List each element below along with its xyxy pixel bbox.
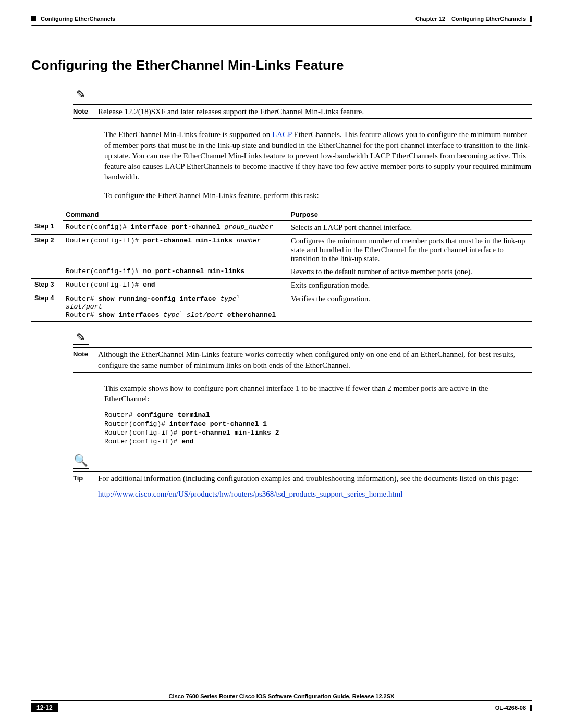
- purpose-cell: Verifies the configuration.: [288, 292, 532, 322]
- table-row: Step 1 Router(config)# interface port-ch…: [31, 220, 532, 234]
- page-footer: Cisco 7600 Series Router Cisco IOS Softw…: [31, 693, 532, 712]
- purpose-cell: Exits configuration mode.: [288, 278, 532, 292]
- step-label: [31, 265, 63, 279]
- table-row: Router(config-if)# no port-channel min-l…: [31, 265, 532, 279]
- header-rule: [31, 25, 532, 26]
- tip-block: 🔎 Tip For additional information (includ…: [73, 454, 532, 502]
- step-label: Step 3: [31, 278, 63, 292]
- note-body: Note Although the EtherChannel Min-Links…: [73, 347, 532, 373]
- step-label: Step 1: [31, 220, 63, 234]
- document-page: Configuring EtherChannels Chapter 12 Con…: [0, 0, 563, 728]
- note-text: Release 12.2(18)SXF and later releases s…: [98, 106, 364, 117]
- command-table: Command Purpose Step 1 Router(config)# i…: [31, 208, 532, 322]
- purpose-cell: Selects an LACP port channel interface.: [288, 220, 532, 234]
- tip-body: Tip For additional information (includin…: [73, 471, 532, 502]
- tip-label: Tip: [73, 473, 91, 500]
- tip-link[interactable]: http://www.cisco.com/en/US/products/hw/r…: [98, 490, 402, 498]
- note-text: Although the EtherChannel Min-Links feat…: [98, 349, 532, 371]
- tip-head: 🔎: [73, 454, 532, 469]
- body-paragraph: To configure the EtherChannel Min-Links …: [104, 190, 532, 201]
- body-paragraph: This example shows how to configure port…: [104, 383, 532, 404]
- note-label: Note: [73, 349, 91, 371]
- note-block: ✎ Note Release 12.2(18)SXF and later rel…: [73, 89, 532, 119]
- header-chapter: Chapter 12 Configuring EtherChannels: [415, 16, 526, 22]
- pencil-icon: ✎: [73, 89, 89, 102]
- tip-content: For additional information (including co…: [98, 473, 519, 500]
- command-cell: Router(config-if)# end: [63, 278, 288, 292]
- header-right: Chapter 12 Configuring EtherChannels: [415, 16, 532, 22]
- running-header: Configuring EtherChannels Chapter 12 Con…: [31, 16, 532, 22]
- note-block: ✎ Note Although the EtherChannel Min-Lin…: [73, 332, 532, 373]
- page-number: 12-12: [31, 703, 58, 712]
- tip-text: For additional information (including co…: [98, 473, 519, 484]
- table-row: Step 3 Router(config-if)# end Exits conf…: [31, 278, 532, 292]
- purpose-cell: Configures the minimum number of member …: [288, 234, 532, 265]
- table-row: Step 4 Router# show running-config inter…: [31, 292, 532, 322]
- footer-doc-title: Cisco 7600 Series Router Cisco IOS Softw…: [31, 693, 532, 701]
- note-head: ✎: [73, 332, 532, 345]
- footer-row: 12-12 OL-4266-08: [31, 703, 532, 712]
- note-body: Note Release 12.2(18)SXF and later relea…: [73, 104, 532, 119]
- footer-bar-icon: [530, 705, 532, 711]
- command-cell: Router(config-if)# port-channel min-link…: [63, 234, 288, 265]
- page-title: Configuring the EtherChannel Min-Links F…: [31, 57, 532, 73]
- doc-id: OL-4266-08: [495, 705, 532, 711]
- step-label: Step 2: [31, 234, 63, 265]
- table-row: Step 2 Router(config-if)# port-channel m…: [31, 234, 532, 265]
- step-label: Step 4: [31, 292, 63, 322]
- magnifier-icon: 🔎: [73, 454, 89, 469]
- col-purpose: Purpose: [288, 208, 532, 220]
- header-bar-icon: [530, 16, 532, 22]
- col-command: Command: [63, 208, 288, 220]
- note-label: Note: [73, 106, 91, 117]
- body-paragraph: The EtherChannel Min-Links feature is su…: [104, 129, 532, 182]
- header-square-icon: [31, 16, 36, 21]
- code-example: Router# configure terminal Router(config…: [104, 411, 532, 447]
- command-cell: Router(config)# interface port-channel g…: [63, 220, 288, 234]
- lacp-link[interactable]: LACP: [272, 130, 292, 139]
- pencil-icon: ✎: [73, 332, 89, 345]
- header-section-title: Configuring EtherChannels: [41, 16, 115, 22]
- note-head: ✎: [73, 89, 532, 102]
- command-cell: Router# show running-config interface ty…: [63, 292, 288, 322]
- purpose-cell: Reverts to the default number of active …: [288, 265, 532, 279]
- command-cell: Router(config-if)# no port-channel min-l…: [63, 265, 288, 279]
- header-left: Configuring EtherChannels: [31, 16, 115, 22]
